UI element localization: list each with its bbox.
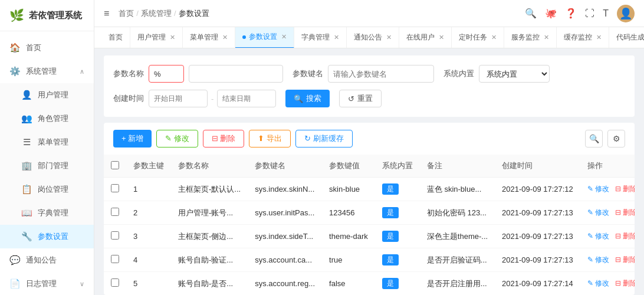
cell-key: sys.account.ca... xyxy=(248,248,322,272)
select-all-checkbox[interactable] xyxy=(111,161,119,169)
tab-notice-close[interactable]: ✕ xyxy=(386,34,392,41)
cell-action: ✎ 修改 ⊟ 删除 xyxy=(580,225,635,248)
menu-toggle-icon[interactable]: ≡ xyxy=(104,8,109,19)
search-icon[interactable]: 🔍 xyxy=(525,8,537,19)
sidebar-item-label-user: 用户管理 xyxy=(38,90,68,100)
delete-action[interactable]: ⊟ 删除 xyxy=(615,208,635,217)
tab-online[interactable]: 在线用户 ✕ xyxy=(399,27,452,48)
row-checkbox[interactable] xyxy=(111,231,119,240)
tab-param[interactable]: 参数设置 ✕ xyxy=(235,27,294,48)
sidebar-item-menu[interactable]: ☰ 菜单管理 xyxy=(0,130,94,154)
cell-remark: 是否开启验证码... xyxy=(420,248,495,272)
tab-task-close[interactable]: ✕ xyxy=(491,34,497,41)
delete-button[interactable]: ⊟ 删除 xyxy=(203,130,245,148)
tab-codegen[interactable]: 代码生成 ✕ xyxy=(609,27,644,48)
sidebar-item-home[interactable]: 🏠 首页 xyxy=(0,36,94,60)
role-icon: 👥 xyxy=(21,113,32,124)
sidebar-item-system[interactable]: ⚙️ 系统管理 ∧ xyxy=(0,60,94,83)
row-checkbox[interactable] xyxy=(111,184,119,192)
add-button[interactable]: + 新增 xyxy=(113,130,152,148)
tab-service-close[interactable]: ✕ xyxy=(544,34,549,41)
refresh-cache-button[interactable]: ↻ 刷新缓存 xyxy=(295,130,353,148)
tab-cache-close[interactable]: ✕ xyxy=(596,34,602,41)
edit-action[interactable]: ✎ 修改 xyxy=(587,208,609,217)
logo-text: 若依管理系统 xyxy=(29,10,82,21)
tab-param-dot xyxy=(242,35,246,39)
tab-cache[interactable]: 缓存监控 ✕ xyxy=(557,27,609,48)
search-name-input[interactable] xyxy=(149,65,184,83)
sidebar-item-dept[interactable]: 🏢 部门管理 xyxy=(0,154,94,178)
search-field-date: 创建时间 - xyxy=(113,90,276,107)
sidebar-item-param[interactable]: 🔧 参数设置 xyxy=(0,225,94,248)
tab-notice[interactable]: 通知公告 ✕ xyxy=(347,27,399,48)
breadcrumb-system[interactable]: 系统管理 xyxy=(141,8,172,19)
sidebar-item-dict[interactable]: 📖 字典管理 xyxy=(0,201,94,225)
export-button[interactable]: ⬆ 导出 xyxy=(249,130,291,148)
main: ≡ 首页 / 系统管理 / 参数设置 🔍 🐙 ❓ ⛶ T 👤 首页 用户管理 xyxy=(94,0,644,295)
tab-online-close[interactable]: ✕ xyxy=(439,34,444,41)
search-row-1: 参数名称 参数键名 系统内置 系统内置 是 否 xyxy=(113,65,625,83)
tab-dict-close[interactable]: ✕ xyxy=(334,34,339,41)
sidebar-sub-system: 👤 用户管理 👥 角色管理 ☰ 菜单管理 🏢 部门管理 📋 岗位管理 📖 xyxy=(0,83,94,248)
reset-btn-label: 重置 xyxy=(357,93,373,104)
edit-action[interactable]: ✎ 修改 xyxy=(587,279,609,287)
cell-created: 2021-09-09 17:27:13 xyxy=(495,248,580,272)
tab-user[interactable]: 用户管理 ✕ xyxy=(130,27,183,48)
table-settings-icon-btn[interactable]: ⚙ xyxy=(607,130,625,148)
table-search-icon-btn[interactable]: 🔍 xyxy=(585,130,603,148)
search-key-input[interactable] xyxy=(328,65,434,83)
table-wrap: 参数主键 参数名称 参数键名 参数键值 系统内置 备注 创建时间 操作 1 xyxy=(104,155,635,295)
tab-service-label: 服务监控 xyxy=(511,32,540,42)
tab-service[interactable]: 服务监控 ✕ xyxy=(504,27,557,48)
breadcrumb-home[interactable]: 首页 xyxy=(119,8,134,19)
delete-action[interactable]: ⊟ 删除 xyxy=(615,232,635,240)
cell-action: ✎ 修改 ⊟ 删除 xyxy=(580,248,635,272)
font-icon[interactable]: T xyxy=(603,8,609,19)
edit-action[interactable]: ✎ 修改 xyxy=(587,185,609,193)
search-name-text-input[interactable] xyxy=(189,65,283,83)
row-checkbox[interactable] xyxy=(111,255,119,263)
sidebar-item-notice[interactable]: 💬 通知公告 xyxy=(0,248,94,272)
sidebar-item-user[interactable]: 👤 用户管理 xyxy=(0,83,94,107)
tab-menu-close[interactable]: ✕ xyxy=(222,34,228,41)
tab-menu[interactable]: 菜单管理 ✕ xyxy=(183,27,235,48)
help-icon[interactable]: ❓ xyxy=(565,8,577,19)
row-checkbox[interactable] xyxy=(111,278,119,287)
sidebar-item-role[interactable]: 👥 角色管理 xyxy=(0,107,94,130)
row-checkbox[interactable] xyxy=(111,208,119,216)
tabs-bar: 首页 用户管理 ✕ 菜单管理 ✕ 参数设置 ✕ 字典管理 ✕ 通知公告 ✕ 在线… xyxy=(94,27,644,48)
sidebar-item-post[interactable]: 📋 岗位管理 xyxy=(0,178,94,201)
date-start-input[interactable] xyxy=(149,90,208,107)
table-row: 4 账号自助-验证... sys.account.ca... true 是 是否… xyxy=(104,248,635,272)
edit-action[interactable]: ✎ 修改 xyxy=(587,232,609,240)
github-icon[interactable]: 🐙 xyxy=(545,8,557,19)
system-badge: 是 xyxy=(382,207,399,218)
delete-action[interactable]: ⊟ 删除 xyxy=(615,255,635,264)
edit-button[interactable]: ✎ 修改 xyxy=(156,130,198,148)
delete-action[interactable]: ⊟ 删除 xyxy=(615,279,635,287)
tab-task[interactable]: 定时任务 ✕ xyxy=(452,27,504,48)
search-key-label: 参数键名 xyxy=(293,68,323,79)
search-system-select[interactable]: 系统内置 是 否 xyxy=(479,65,550,83)
param-icon: 🔧 xyxy=(21,231,32,242)
col-system: 系统内置 xyxy=(375,155,420,178)
tab-user-close[interactable]: ✕ xyxy=(170,34,175,41)
date-separator: - xyxy=(211,94,213,103)
tab-dict[interactable]: 字典管理 ✕ xyxy=(294,27,347,48)
tab-home[interactable]: 首页 xyxy=(101,27,130,48)
reset-button[interactable]: ↺ 重置 xyxy=(339,90,382,107)
sidebar-item-label-notice: 通知公告 xyxy=(26,255,57,266)
cell-action: ✎ 修改 ⊟ 删除 xyxy=(580,178,635,201)
tab-param-label: 参数设置 xyxy=(249,32,277,42)
tab-param-close[interactable]: ✕ xyxy=(281,33,287,41)
search-name-label: 参数名称 xyxy=(113,68,144,79)
fullscreen-icon[interactable]: ⛶ xyxy=(585,8,594,19)
avatar[interactable]: 👤 xyxy=(617,5,635,22)
delete-action[interactable]: ⊟ 删除 xyxy=(615,185,635,193)
edit-action[interactable]: ✎ 修改 xyxy=(587,255,609,264)
search-button[interactable]: 🔍 搜索 xyxy=(285,90,330,107)
sidebar-item-log[interactable]: 📄 日志管理 ∨ xyxy=(0,272,94,295)
date-end-input[interactable] xyxy=(217,90,276,107)
topbar-right: 🔍 🐙 ❓ ⛶ T 👤 xyxy=(525,5,635,22)
cell-system: 是 xyxy=(375,248,420,272)
